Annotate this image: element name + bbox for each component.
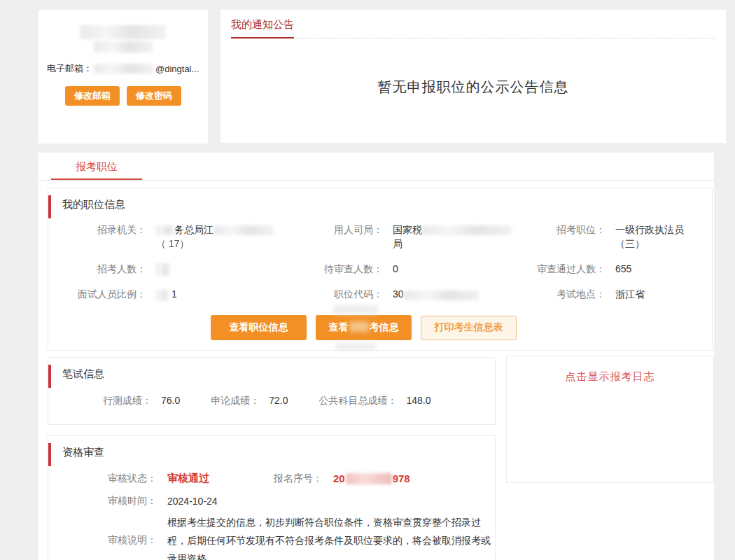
- recruit-org-value: 务总局江 （ 17）: [156, 223, 296, 251]
- qualification-title-text: 资格审查: [62, 446, 104, 458]
- user-name-redacted: [38, 10, 208, 52]
- code-label: 职位代码：: [306, 287, 383, 301]
- headcount-label: 招考人数：: [62, 262, 146, 276]
- view-application-button[interactable]: 查看考信息: [316, 315, 412, 340]
- qualification-note-row: 审核说明： 根据考生提交的信息，初步判断符合职位条件，资格审查贯穿整个招录过程，…: [48, 513, 495, 560]
- dept-fragment2: 局: [393, 238, 402, 249]
- shenlun-score: 申论成绩：72.0: [211, 395, 288, 407]
- total-label: 公共科目总成绩：: [319, 395, 398, 406]
- redacted-blur: [156, 263, 170, 276]
- location-label: 考试地点：: [532, 287, 606, 301]
- qualification-box: 资格审查 审核状态： 审核通过 报名序号： 20978 审核时间： 2024-1…: [48, 435, 496, 560]
- serial-pair: 报名序号： 20978: [267, 472, 410, 485]
- code-value: 30: [393, 287, 522, 301]
- redacted-blur: [346, 473, 392, 484]
- email-label: 电子邮箱：: [47, 62, 92, 75]
- passed-label: 审查通过人数：: [532, 262, 606, 276]
- notice-empty-message: 暂无申报职位的公示公告信息: [231, 78, 715, 97]
- redacted-blur: [333, 305, 378, 314]
- redacted-blur: [156, 290, 169, 301]
- profile-card: 电子邮箱： @dingtal... 修改邮箱 修改密码: [38, 10, 208, 144]
- position-info-title: 我的职位信息: [48, 188, 712, 211]
- main-panel: 报考职位 我的职位信息 招录机关： 务总局江 （ 17） 用人司局： 国家税 局…: [38, 153, 714, 560]
- code-fragment: 30: [393, 288, 404, 300]
- dept-value: 国家税 局: [393, 223, 522, 251]
- email-row: 电子邮箱： @dingtal...: [38, 52, 208, 75]
- review-time-value: 2024-10-24: [167, 496, 218, 507]
- serial-prefix: 20: [333, 472, 345, 484]
- print-candidate-form-button[interactable]: 打印考生信息表: [421, 316, 517, 340]
- ratio-label: 面试人员比例：: [62, 287, 146, 301]
- recruit-org-label: 招录机关：: [62, 223, 146, 237]
- location-value: 浙江省: [615, 287, 713, 301]
- written-exam-title: 笔试信息: [48, 358, 495, 381]
- position-info-title-text: 我的职位信息: [62, 198, 125, 210]
- serial-value: 20978: [333, 472, 410, 484]
- total-score: 公共科目总成绩：148.0: [319, 395, 431, 407]
- pending-label: 待审查人数：: [306, 262, 383, 276]
- tab-bar: 报考职位: [38, 153, 714, 181]
- ratio-fragment: 1: [172, 288, 177, 300]
- headcount-value: [156, 262, 296, 276]
- view-application-suffix: 考信息: [370, 321, 399, 332]
- view-application-prefix: 查看: [329, 321, 349, 332]
- redacted-blur: [404, 290, 479, 300]
- post-value: 一级行政执法员（三）: [615, 223, 687, 251]
- notice-header: 我的通知公告: [231, 10, 715, 38]
- recruit-org-fragment2: （ 17）: [156, 238, 189, 249]
- score-row: 行测成绩：76.0 申论成绩：72.0 公共科目总成绩：148.0: [103, 395, 495, 407]
- review-note-text: 根据考生提交的信息，初步判断符合职位条件，资格审查贯穿整个招录过程，后期任何环节…: [167, 513, 493, 560]
- accent-bar: [48, 443, 51, 466]
- serial-label: 报名序号：: [267, 472, 323, 485]
- tab-apply-position[interactable]: 报考职位: [51, 153, 142, 180]
- redacted-blur: [80, 25, 166, 39]
- redacted-blur: [349, 321, 369, 332]
- dept-fragment: 国家税: [393, 224, 422, 235]
- notice-title: 我的通知公告: [231, 18, 294, 38]
- change-password-button[interactable]: 修改密码: [127, 86, 181, 106]
- status-value: 审核通过: [167, 472, 209, 485]
- position-buttons-row: 查看职位信息 查看考信息 打印考生信息表: [211, 315, 712, 340]
- change-email-button[interactable]: 修改邮箱: [65, 86, 120, 106]
- written-exam-box: 笔试信息 行测成绩：76.0 申论成绩：72.0 公共科目总成绩：148.0: [48, 357, 496, 425]
- show-apply-log-link[interactable]: 点击显示报考日志: [507, 370, 713, 384]
- accent-bar: [48, 365, 51, 388]
- qualification-time-row: 审核时间： 2024-10-24: [48, 495, 495, 507]
- dept-label: 用人司局：: [306, 223, 383, 237]
- pending-value: 0: [393, 262, 522, 276]
- recruit-org-fragment: 务总局江: [174, 224, 214, 235]
- redacted-blur: [335, 343, 376, 350]
- post-label: 招考职位：: [532, 223, 606, 237]
- shenlun-value: 72.0: [269, 395, 288, 406]
- view-position-button[interactable]: 查看职位信息: [211, 315, 307, 340]
- email-domain: @dingtal...: [155, 64, 199, 74]
- redacted-blur: [156, 225, 174, 235]
- redacted-blur: [94, 41, 153, 52]
- total-value: 148.0: [407, 395, 431, 406]
- passed-value: 655: [615, 262, 713, 276]
- accent-bar: [48, 195, 51, 218]
- xingce-label: 行测成绩：: [103, 395, 152, 406]
- xingce-value: 76.0: [161, 395, 180, 406]
- status-label: 审核状态：: [48, 472, 157, 485]
- serial-suffix: 978: [393, 472, 410, 484]
- position-info-box: 我的职位信息 招录机关： 务总局江 （ 17） 用人司局： 国家税 局 招考职位…: [48, 188, 713, 351]
- qualification-status-row: 审核状态： 审核通过 报名序号： 20978: [48, 472, 495, 485]
- redacted-blur: [94, 64, 154, 74]
- ratio-value: 1: [156, 287, 296, 301]
- notice-panel: 我的通知公告 暂无申报职位的公示公告信息: [220, 10, 726, 143]
- shenlun-label: 申论成绩：: [211, 395, 260, 406]
- review-time-label: 审核时间：: [48, 495, 157, 507]
- qualification-title: 资格审查: [48, 436, 495, 459]
- redacted-blur: [422, 225, 512, 235]
- redacted-blur: [214, 225, 274, 235]
- apply-log-box: 点击显示报考日志: [506, 356, 714, 483]
- xingce-score: 行测成绩：76.0: [103, 395, 180, 407]
- position-field-grid: 招录机关： 务总局江 （ 17） 用人司局： 国家税 局 招考职位： 一级行政执…: [62, 223, 712, 301]
- written-exam-title-text: 笔试信息: [62, 368, 104, 379]
- review-note-label: 审核说明：: [48, 534, 157, 547]
